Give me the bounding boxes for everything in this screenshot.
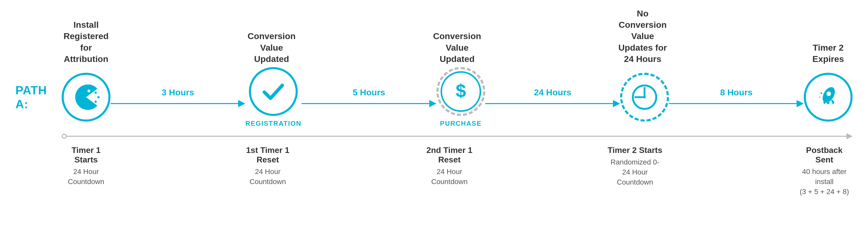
- svg-text:$: $: [456, 81, 466, 101]
- timeline-start-dot: [62, 134, 67, 139]
- top-label-0: Install Registered for Attribution: [62, 19, 111, 64]
- svg-point-2: [95, 91, 97, 94]
- arrow-0: 3 Hours: [111, 87, 245, 107]
- svg-point-0: [88, 90, 90, 92]
- bottom-sub-0: 24 Hour Countdown: [62, 167, 111, 187]
- bottom-labels-row: Timer 1 Starts 24 Hour Countdown 1st Tim…: [16, 146, 852, 197]
- svg-point-13: [823, 98, 824, 99]
- top-label-1: Conversion Value Updated: [247, 30, 296, 64]
- node-registration: REGISTRATION: [245, 67, 302, 127]
- arrow-2: 24 Hours: [485, 87, 620, 107]
- node-label-2: PURCHASE: [440, 120, 482, 127]
- diagram-container: Install Registered for Attribution Conve…: [0, 0, 868, 237]
- clock-icon: [629, 82, 660, 113]
- bottom-label-2: 2nd Timer 1 Reset 24 Hour Countdown: [425, 146, 474, 187]
- checkmark-icon: [259, 78, 287, 106]
- bottom-label-1: 1st Timer 1 Reset 24 Hour Countdown: [243, 146, 292, 187]
- dollar-icon: $: [448, 79, 474, 105]
- bottom-label-4: Postback Sent 40 hours after install (3 …: [796, 146, 852, 197]
- bottom-sub-3: Randomized 0-24 Hour Countdown: [607, 157, 663, 187]
- top-label-3: No Conversion Value Updates for 24 Hours: [618, 8, 667, 64]
- bottom-sub-4: 40 hours after install (3 + 5 + 24 + 8): [796, 167, 852, 197]
- bottom-sub-1: 24 Hour Countdown: [243, 167, 292, 187]
- bottom-title-0: Timer 1 Starts: [62, 146, 111, 165]
- bottom-label-0: Timer 1 Starts 24 Hour Countdown: [62, 146, 111, 187]
- svg-point-3: [95, 101, 97, 103]
- top-label-2: Conversion Value Updated: [433, 30, 482, 64]
- arrow-3: 8 Hours: [669, 87, 804, 107]
- timeline-arrow: [846, 133, 852, 139]
- svg-point-1: [97, 96, 100, 98]
- svg-point-10: [826, 91, 831, 96]
- pacman-icon: [72, 83, 100, 111]
- timeline-row: [16, 133, 852, 139]
- arrow-label-0: 3 Hours: [162, 87, 194, 97]
- node-install: [62, 73, 111, 122]
- bottom-title-3: Timer 2 Starts: [607, 146, 663, 155]
- arrow-label-2: 24 Hours: [534, 87, 571, 97]
- bottom-title-4: Postback Sent: [796, 146, 852, 165]
- rocket-icon: [814, 83, 842, 111]
- arrow-label-3: 8 Hours: [720, 87, 753, 97]
- top-label-4: Timer 2 Expires: [804, 42, 852, 64]
- node-timer2: [620, 73, 669, 122]
- timeline-line: [67, 136, 846, 137]
- bottom-title-2: 2nd Timer 1 Reset: [425, 146, 474, 165]
- node-purchase: $ PURCHASE: [436, 67, 485, 127]
- arrow-1: 5 Hours: [302, 87, 436, 107]
- arrow-label-1: 5 Hours: [353, 87, 385, 97]
- node-rocket: [804, 73, 852, 122]
- svg-point-11: [820, 92, 822, 94]
- svg-point-12: [819, 97, 820, 98]
- node-label-1: REGISTRATION: [245, 120, 302, 127]
- bottom-label-3: Timer 2 Starts Randomized 0-24 Hour Coun…: [607, 146, 663, 187]
- bottom-sub-2: 24 Hour Countdown: [425, 167, 474, 187]
- svg-point-8: [643, 96, 646, 99]
- path-label: PATH A:: [16, 83, 62, 111]
- bottom-title-1: 1st Timer 1 Reset: [243, 146, 292, 165]
